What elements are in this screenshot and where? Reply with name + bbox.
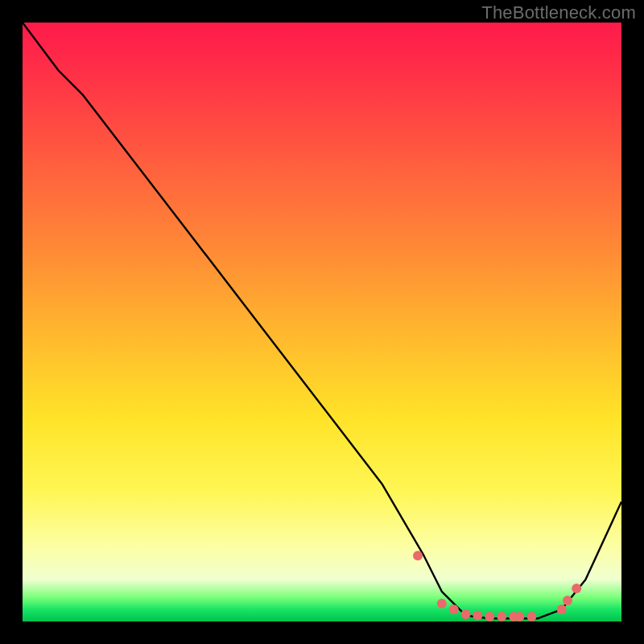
marker-dot <box>557 605 567 614</box>
marker-dot <box>437 599 447 609</box>
marker-dot <box>413 551 423 560</box>
marker-dot <box>497 612 506 621</box>
marker-dot <box>485 612 494 621</box>
marker-dot <box>473 611 482 621</box>
marker-dot <box>449 605 459 614</box>
chart-svg <box>23 23 621 621</box>
marker-dot <box>515 612 525 621</box>
marker-dot <box>572 584 581 593</box>
bottleneck-curve <box>23 23 621 618</box>
marker-dot <box>461 609 471 619</box>
chart-frame: TheBottleneck.com <box>0 0 644 644</box>
attribution-text: TheBottleneck.com <box>481 2 636 23</box>
plot-area <box>23 23 621 621</box>
marker-dot <box>526 612 536 621</box>
marker-dot <box>563 596 572 605</box>
